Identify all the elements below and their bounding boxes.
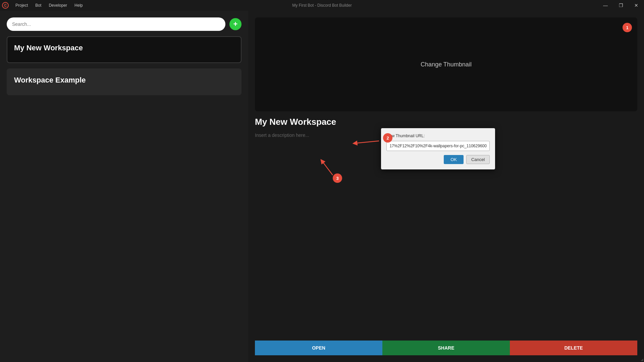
share-button[interactable]: SHARE	[382, 341, 510, 355]
thumbnail-url-dialog: New Thumbnail URL: OK Cancel	[381, 128, 495, 169]
step-badge-1: 1	[623, 23, 632, 32]
workspace-card-1[interactable]: My New Workspace	[7, 36, 241, 63]
minimize-button[interactable]: —	[598, 0, 613, 11]
dialog-label: New Thumbnail URL:	[386, 134, 490, 138]
dialog-buttons: OK Cancel	[386, 155, 490, 164]
main-layout: + My New Workspace Workspace Example Cha…	[0, 11, 644, 362]
thumbnail-area[interactable]: Change Thumbnail 1	[255, 17, 637, 111]
menu-help[interactable]: Help	[71, 2, 86, 9]
svg-text:C: C	[4, 4, 6, 7]
thumbnail-label: Change Thumbnail	[421, 61, 472, 68]
menu-developer[interactable]: Developer	[45, 2, 70, 9]
close-button[interactable]: ✕	[629, 0, 644, 11]
workspace-card-title-1: My New Workspace	[14, 44, 83, 52]
bottom-buttons: OPEN SHARE DELETE	[255, 341, 637, 355]
delete-button[interactable]: DELETE	[510, 341, 637, 355]
workspace-card-2[interactable]: Workspace Example	[7, 68, 241, 95]
thumbnail-url-input[interactable]	[386, 141, 490, 151]
menu-bar: Project Bot Developer Help	[12, 2, 86, 9]
title-bar: C Project Bot Developer Help My First Bo…	[0, 0, 644, 11]
open-button[interactable]: OPEN	[255, 341, 382, 355]
title-bar-left: C Project Bot Developer Help	[0, 0, 86, 11]
app-logo: C	[0, 0, 11, 11]
search-input[interactable]	[7, 17, 225, 31]
resize-handle: ◢	[641, 358, 643, 361]
add-workspace-button[interactable]: +	[229, 18, 241, 30]
menu-bot[interactable]: Bot	[32, 2, 45, 9]
left-panel: + My New Workspace Workspace Example	[0, 11, 248, 362]
app-title: My First Bot - Discord Bot Builder	[292, 3, 352, 8]
workspace-title-right: My New Workspace	[255, 117, 637, 127]
search-row: +	[7, 17, 241, 31]
window-controls: — ❐ ✕	[598, 0, 644, 11]
restore-button[interactable]: ❐	[613, 0, 629, 11]
dialog-cancel-button[interactable]: Cancel	[466, 155, 490, 164]
menu-project[interactable]: Project	[12, 2, 31, 9]
workspace-card-title-2: Workspace Example	[14, 76, 86, 84]
dialog-ok-button[interactable]: OK	[444, 155, 464, 164]
step-badge-2: 2	[383, 133, 392, 143]
step-badge-3: 3	[333, 173, 342, 183]
right-panel: Change Thumbnail 1 My New Workspace Inse…	[248, 11, 644, 362]
